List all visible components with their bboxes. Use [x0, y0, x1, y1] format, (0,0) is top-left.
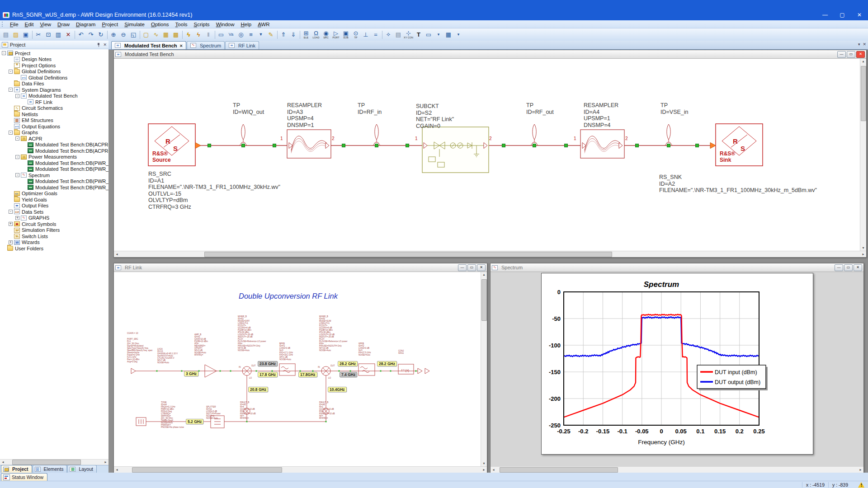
- menu-item[interactable]: File: [7, 21, 22, 28]
- tree-item[interactable]: Global Definitions: [0, 75, 108, 81]
- scroll-down-icon[interactable]: ▾: [481, 461, 487, 466]
- close-icon[interactable]: ✕: [863, 42, 866, 47]
- scroll-left-icon[interactable]: ◂: [114, 252, 120, 257]
- vertical-scrollbar[interactable]: ▴ ▾: [860, 59, 866, 251]
- minimize-button[interactable]: —: [458, 264, 467, 271]
- delete-icon[interactable]: ✕: [63, 29, 73, 40]
- rect-tool-button[interactable]: ▭: [424, 29, 434, 40]
- tuner-icon[interactable]: ≡: [246, 29, 256, 40]
- tree-item[interactable]: Modulated Test Bench:DB(PWR_MTR(T: [0, 166, 108, 173]
- tree-expander[interactable]: -: [9, 210, 13, 214]
- xy-cursor-button[interactable]: ⊹ XY CON: [403, 29, 414, 40]
- tree-item[interactable]: Data Files: [0, 81, 108, 87]
- zoom-in-icon[interactable]: ⊕: [108, 29, 118, 40]
- scroll-right-icon[interactable]: ▸: [860, 252, 866, 257]
- tree-expander[interactable]: -: [15, 136, 19, 141]
- minimize-button[interactable]: —: [816, 10, 834, 20]
- scroll-right-icon[interactable]: ▸: [481, 467, 487, 473]
- menu-item[interactable]: Edit: [22, 21, 37, 28]
- goal-icon[interactable]: ◎: [236, 29, 246, 40]
- scroll-right-icon[interactable]: ▸: [103, 460, 108, 465]
- menu-item[interactable]: View: [37, 21, 54, 28]
- tree-item[interactable]: User Folders: [0, 245, 108, 252]
- maximize-button[interactable]: ▭: [467, 264, 476, 271]
- dropdown-icon[interactable]: ▾: [434, 29, 443, 40]
- scrollbar-thumb[interactable]: [12, 460, 81, 465]
- annotate-icon[interactable]: ✎: [266, 29, 276, 40]
- subcircuit-button[interactable]: ▣ SUB: [341, 29, 351, 40]
- tree-expander[interactable]: -: [15, 173, 19, 177]
- window-title-bar[interactable]: Spectrum — ▭ ✕: [491, 263, 863, 272]
- menu-item[interactable]: AWR: [255, 21, 273, 28]
- close-button[interactable]: ✕: [856, 51, 865, 58]
- tree-expander[interactable]: +: [9, 222, 13, 226]
- maximize-button[interactable]: ▭: [844, 264, 853, 271]
- close-button[interactable]: ✕: [854, 264, 862, 271]
- panel-tab[interactable]: Layout: [67, 465, 97, 473]
- tree-item[interactable]: EM Structures: [0, 117, 108, 124]
- scroll-left-icon[interactable]: ◂: [0, 460, 6, 465]
- save-icon[interactable]: ▣: [21, 29, 31, 40]
- tree-item[interactable]: - Modulated Test Bench: [0, 93, 108, 99]
- tree-item[interactable]: - System Diagrams: [0, 87, 108, 93]
- tree-horizontal-scrollbar[interactable]: ◂ ▸: [0, 459, 108, 465]
- document-tab[interactable]: Spectrum: [187, 41, 225, 49]
- maximize-button[interactable]: ▢: [834, 10, 851, 20]
- wand-icon[interactable]: ✧: [383, 29, 393, 40]
- tree-expander[interactable]: -: [9, 70, 13, 74]
- undo-icon[interactable]: ↶: [76, 29, 86, 40]
- move-up-icon[interactable]: ⇑: [278, 29, 288, 40]
- document-tab[interactable]: RF Link: [225, 41, 259, 49]
- refresh-icon[interactable]: ↻: [96, 29, 106, 40]
- vertical-scrollbar[interactable]: ▴ ▾: [481, 272, 487, 466]
- tree-item[interactable]: Netlists: [0, 111, 108, 117]
- scrollbar-thumb[interactable]: [132, 467, 282, 473]
- move-down-icon[interactable]: ⇓: [288, 29, 298, 40]
- marker-icon[interactable]: ▼: [256, 29, 266, 40]
- schematic-canvas[interactable]: R S R S: [114, 59, 866, 251]
- tree-item[interactable]: Simulation Filters: [0, 227, 108, 234]
- close-button[interactable]: ✕: [477, 264, 486, 271]
- ground-button[interactable]: ⊥: [361, 29, 371, 40]
- output-window-icon[interactable]: ▭: [216, 29, 226, 40]
- tree-expander[interactable]: -: [9, 88, 13, 92]
- tree-item[interactable]: + GRAPHS: [0, 215, 108, 221]
- scrollbar-thumb[interactable]: [204, 252, 612, 257]
- dropdown-icon[interactable]: ▾: [453, 29, 463, 40]
- tree-item[interactable]: - Spectrum: [0, 172, 108, 178]
- minimize-button[interactable]: —: [835, 264, 843, 271]
- warning-icon[interactable]: [858, 482, 864, 488]
- test-point-button[interactable]: ⊙ TP: [351, 29, 361, 40]
- new-graph-icon[interactable]: ▦: [161, 29, 171, 40]
- menu-item[interactable]: Help: [238, 21, 255, 28]
- tree-item[interactable]: Yield Goals: [0, 197, 108, 203]
- tree-item[interactable]: RF Link: [0, 99, 108, 105]
- new-schematic-icon[interactable]: ▢: [141, 29, 151, 40]
- source-button[interactable]: ◉ SRC: [321, 29, 331, 40]
- menu-item[interactable]: Window: [213, 21, 238, 28]
- minimize-button[interactable]: —: [837, 51, 846, 58]
- element-browser-button[interactable]: ⊞ ELE: [301, 29, 311, 40]
- tree-item[interactable]: - Data Sets: [0, 209, 108, 215]
- tree-item[interactable]: Modulated Test Bench:DB(PWR_SPEC(T: [0, 178, 108, 185]
- tree-item[interactable]: - ACPR: [0, 136, 108, 142]
- tree-item[interactable]: Switch Lists: [0, 233, 108, 239]
- redo-icon[interactable]: ↷: [86, 29, 96, 40]
- graph-canvas[interactable]: 0-50-100-150-200-250-0.25-0.2-0.15-0.1-0…: [491, 272, 863, 466]
- horizontal-scrollbar[interactable]: ◂ ▸: [114, 466, 487, 473]
- zoom-fit-icon[interactable]: ◱: [128, 29, 138, 40]
- scroll-left-icon[interactable]: ◂: [114, 467, 120, 473]
- menu-item[interactable]: Simulate: [121, 21, 148, 28]
- analyze-icon[interactable]: ϟ: [193, 29, 203, 40]
- menu-item[interactable]: Draw: [54, 21, 73, 28]
- menu-item[interactable]: Options: [148, 21, 172, 28]
- tree-item[interactable]: - Project: [0, 50, 108, 56]
- title-bar[interactable]: RnS_5GNR_wUS_d.emp - AWR Design Environm…: [0, 0, 868, 20]
- tree-item[interactable]: Modulated Test Bench:DB(PWR_SPEC(T: [0, 184, 108, 191]
- tree-item[interactable]: Circuit Schematics: [0, 105, 108, 112]
- panel-tab[interactable]: Elements: [33, 465, 67, 473]
- rf-link-canvas[interactable]: Double Upconversion RF Link CGAIN = 10 P…: [114, 272, 487, 466]
- scrollbar-thumb[interactable]: [481, 279, 487, 321]
- simulate-icon[interactable]: ϟ: [184, 29, 193, 40]
- new-em-icon[interactable]: ▩: [171, 29, 181, 40]
